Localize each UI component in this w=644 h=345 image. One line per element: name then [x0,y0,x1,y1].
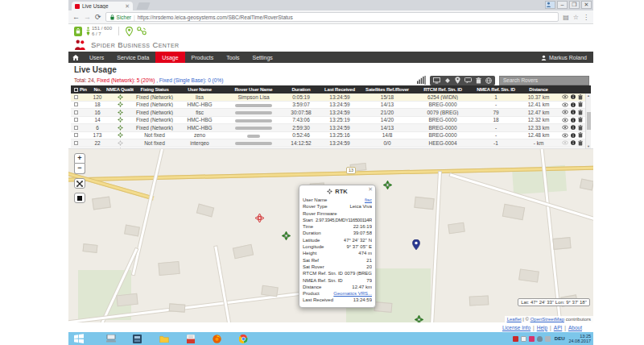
row-checkbox[interactable] [74,102,78,106]
nav-item-tools[interactable]: Tools [220,52,246,63]
view-on-map-icon[interactable] [562,110,568,114]
tray-app-icon-red[interactable] [513,336,518,342]
view-on-map-icon[interactable] [562,125,568,130]
nav-item-usage[interactable]: Usage [155,52,184,63]
delete-icon[interactable] [578,110,583,115]
browser-profile-avatar[interactable] [545,1,555,9]
start-button[interactable] [68,332,89,345]
window-minimize-button[interactable]: – [557,1,568,9]
select-area-button[interactable] [74,193,85,203]
row-checkbox[interactable] [74,110,78,114]
window-close-button[interactable]: ✕ [581,1,592,9]
rover-marker-red[interactable] [255,214,264,222]
info-icon[interactable] [571,125,576,130]
taskbar-icon-chrome[interactable] [238,334,249,343]
row-checkbox[interactable] [74,95,78,99]
popup-product-link[interactable]: Geomatics VRS... [333,290,372,297]
table-row[interactable]: 22 Not fixed intergeo 14:12:52 13:24:59 … [71,139,591,148]
back-button[interactable]: ← [72,14,80,21]
taskbar-icon-server-manager[interactable] [132,334,142,343]
browser-menu-icon[interactable]: ⋮ [583,14,589,21]
bookmark-star-icon[interactable]: ☆ [573,14,579,21]
map[interactable]: 13 + − ✕ R [68,148,593,322]
license-lock-icon[interactable] [74,27,82,36]
row-checkbox[interactable] [74,141,78,145]
info-icon[interactable] [571,118,576,123]
trash-icon[interactable] [476,77,481,84]
forward-button[interactable]: → [84,14,91,21]
delete-icon[interactable] [578,125,583,131]
tray-flag-icon[interactable] [521,336,526,342]
delete-icon[interactable] [578,132,583,138]
reference-station-pin[interactable] [412,239,420,250]
table-row[interactable]: 120 Fixed (Network) lisa Simpson Lisa 0:… [71,94,591,102]
window-restore-button[interactable]: ❐ [569,1,580,9]
rover-marker-green[interactable] [383,181,392,189]
delete-icon[interactable] [578,94,583,100]
info-icon[interactable] [571,94,576,99]
address-bar[interactable]: Sicher | https://nrsdemo.leica-geosystem… [105,12,559,22]
quality-diamond-icon[interactable] [444,77,451,84]
popup-user-link[interactable]: fisc [365,197,372,203]
info-icon[interactable] [571,110,576,114]
row-checkbox[interactable] [74,126,78,130]
globe-icon[interactable] [485,77,492,84]
tab-close-icon[interactable]: ✕ [125,3,130,9]
send-to-device-icon[interactable]: ▤ [563,14,569,21]
table-row[interactable]: 6 Fixed (Network) HMC-HBG 2:59:30 13:24:… [71,124,591,132]
select-all-checkbox[interactable] [74,88,78,92]
table-row[interactable]: 16 Fixed (Network) fisc 30:07:58 13:24:5… [71,109,591,117]
view-on-map-icon[interactable] [562,133,568,138]
table-row[interactable]: 18 Fixed (Network) HMC-HBG 3:59:07 13:24… [71,102,591,110]
nav-home[interactable] [68,52,83,63]
taskbar-icon-firefox[interactable] [212,334,222,343]
network-links-icon[interactable] [137,27,147,35]
search-input[interactable] [499,76,589,85]
footer-link-api[interactable]: API [554,325,562,330]
delete-icon[interactable] [578,140,583,146]
taskbar-icon-remote-desktop[interactable] [105,334,116,343]
table-row[interactable]: 173 Not fixed zeno 0:52:46 13:25:16 14/8… [71,132,591,140]
tray-alert-icon[interactable] [529,336,535,342]
table-scrollbar[interactable]: ▲▼ [585,94,591,148]
nav-item-settings[interactable]: Settings [246,52,279,63]
view-on-map-icon[interactable] [562,118,568,123]
footer-link-about[interactable]: About [568,325,582,330]
browser-tab[interactable]: Live Usage ✕ [72,2,133,10]
rover-marker-green[interactable] [415,315,423,322]
taskbar-icon-editor[interactable] [185,334,196,343]
monitor-icon[interactable] [433,77,440,84]
nav-item-users[interactable]: Users [83,52,110,63]
zoom-in-button[interactable]: + [74,153,85,164]
positioning-pin-icon[interactable] [126,27,133,36]
row-checkbox[interactable] [74,118,78,122]
footer-link-help[interactable]: Help [537,325,547,330]
signal-bars-icon[interactable] [417,76,426,85]
table-row[interactable]: 14 Fixed (Network) HMC-HBG 7:43:06 13:25… [71,117,591,125]
full-extent-button[interactable] [74,178,85,189]
delete-icon[interactable] [578,117,583,123]
nav-item-products[interactable]: Products [185,52,221,63]
logged-in-user[interactable]: Markus Roland [541,52,593,63]
info-icon[interactable] [571,140,576,145]
keyboard-language[interactable]: DEU [555,336,565,341]
label-bubble-icon[interactable] [464,77,472,84]
popup-close-icon[interactable]: ✕ [368,186,373,193]
view-on-map-icon[interactable] [562,140,568,145]
view-on-map-icon[interactable] [562,94,568,99]
tray-volume-icon[interactable] [545,336,551,342]
info-icon[interactable] [571,102,576,107]
refresh-button[interactable]: ⟳ [95,14,101,21]
leaflet-link[interactable]: Leaflet [507,317,522,322]
osm-link[interactable]: OpenStreetMap [530,317,564,322]
map-pin-icon[interactable] [455,77,460,84]
zoom-out-button[interactable]: − [74,164,85,174]
new-tab-button[interactable] [136,2,150,10]
taskbar-clock[interactable]: 13:25 24.08.2017 [568,334,591,343]
view-on-map-icon[interactable] [562,102,568,107]
rover-marker-green-selected[interactable] [282,231,291,240]
row-checkbox[interactable] [74,133,78,137]
info-icon[interactable] [571,133,576,138]
tray-shield-icon[interactable] [537,336,543,342]
delete-icon[interactable] [578,102,583,107]
